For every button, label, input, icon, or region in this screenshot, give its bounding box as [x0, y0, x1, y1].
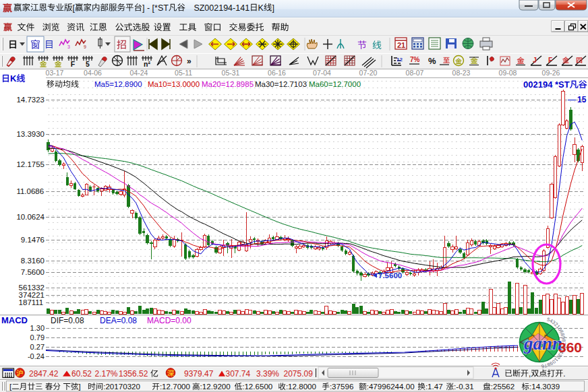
svg-text::25562: :25562	[491, 382, 514, 391]
svg-text:07-04: 07-04	[313, 69, 331, 77]
svg-text:gann: gann	[523, 333, 562, 354]
svg-text:[: [	[73, 3, 76, 13]
svg-text:360: 360	[558, 339, 582, 355]
svg-text:»: »	[187, 57, 192, 66]
svg-text:F: F	[548, 57, 552, 64]
svg-text:15: 15	[577, 95, 587, 104]
svg-text:Ma5=12.8900: Ma5=12.8900	[94, 80, 142, 88]
svg-text:13.3930: 13.3930	[16, 130, 45, 138]
svg-text:06-16: 06-16	[268, 69, 286, 77]
svg-text:09-08: 09-08	[499, 69, 517, 77]
svg-text::12.7000: :12.7000	[160, 382, 190, 391]
svg-text:K: K	[10, 73, 17, 84]
svg-text:SZ002194-141: SZ002194-141	[194, 3, 249, 13]
svg-text:-0.24: -0.24	[28, 352, 45, 360]
svg-text:08-07: 08-07	[406, 69, 424, 77]
svg-text::12.6500: :12.6500	[242, 382, 272, 391]
svg-text::37596: :37596	[330, 382, 353, 391]
svg-text:1.30: 1.30	[30, 324, 45, 332]
svg-text:9.1476: 9.1476	[21, 236, 45, 244]
svg-text:04-06: 04-06	[84, 69, 102, 77]
svg-text::14.3039: :14.3039	[529, 382, 560, 391]
svg-text:2847.42: 2847.42	[29, 369, 59, 379]
svg-text:n²: n²	[144, 60, 150, 68]
svg-text:,: ,	[529, 369, 531, 379]
svg-text:3.39%: 3.39%	[256, 369, 279, 379]
svg-text:Ma10=13.0000: Ma10=13.0000	[148, 80, 200, 88]
svg-text:09-26: 09-26	[542, 69, 560, 77]
svg-text:187111: 187111	[19, 298, 44, 306]
svg-text:07-20: 07-20	[359, 69, 378, 77]
svg-text:5: 5	[86, 60, 90, 68]
svg-text:K: K	[258, 3, 264, 13]
svg-text:10.0624: 10.0624	[16, 213, 45, 221]
svg-text:F: F	[71, 60, 76, 68]
svg-text:9379.47: 9379.47	[184, 369, 214, 379]
svg-text:DEA=0.08: DEA=0.08	[100, 316, 137, 325]
svg-text:04-24: 04-24	[130, 69, 148, 77]
svg-text:0.27: 0.27	[30, 343, 45, 351]
svg-text:05-11: 05-11	[175, 69, 192, 77]
svg-text:05-31: 05-31	[222, 69, 240, 77]
svg-text:21: 21	[397, 41, 405, 49]
svg-text:J: J	[533, 57, 537, 64]
svg-text:8.3160: 8.3160	[21, 257, 45, 265]
svg-text:MACD: MACD	[1, 315, 28, 325]
svg-text::47996244.00: :47996244.00	[367, 382, 415, 391]
svg-text:12.1755: 12.1755	[16, 160, 45, 168]
svg-text:002194 *ST: 002194 *ST	[523, 79, 570, 90]
svg-text:9: 9	[84, 44, 86, 49]
svg-text:307.74: 307.74	[226, 369, 251, 379]
svg-text::12.9200: :12.9200	[200, 382, 231, 391]
svg-text:]: ]	[79, 382, 81, 391]
svg-text:3: 3	[67, 44, 70, 49]
svg-text::20170320: :20170320	[103, 382, 140, 391]
svg-text:2075.09: 2075.09	[284, 369, 314, 379]
svg-text:MACD=0.00: MACD=0.00	[147, 316, 192, 325]
svg-text:.: .	[563, 369, 565, 379]
svg-text:7%: 7%	[410, 56, 420, 63]
svg-text:0.79: 0.79	[30, 333, 45, 341]
svg-text::12.8000: :12.8000	[286, 382, 316, 391]
svg-text:7.5600: 7.5600	[21, 268, 45, 276]
svg-text:Ma30=12.7103: Ma30=12.7103	[255, 80, 307, 88]
svg-text:Ma60=12.7000: Ma60=12.7000	[309, 80, 361, 88]
svg-text:12: 12	[396, 57, 403, 63]
svg-text:03-17: 03-17	[46, 69, 64, 77]
svg-text:60.52: 60.52	[71, 369, 92, 379]
svg-text::-0.31: :-0.31	[454, 382, 474, 391]
svg-text:08-23: 08-23	[452, 69, 471, 77]
svg-text:1356.52: 1356.52	[119, 369, 148, 379]
svg-text::1.47: :1.47	[425, 382, 443, 391]
svg-text:Ma20=12.8985: Ma20=12.8985	[202, 80, 254, 88]
svg-text:2.17%: 2.17%	[95, 369, 118, 379]
svg-text:] - [*ST: ] - [*ST	[142, 3, 169, 13]
svg-text:14.7323: 14.7323	[16, 96, 45, 104]
svg-text:7.5600: 7.5600	[378, 271, 402, 280]
svg-text:]: ]	[272, 3, 274, 13]
svg-text:%: %	[428, 56, 436, 66]
svg-text:DIF=0.08: DIF=0.08	[51, 316, 84, 325]
svg-text:11.0686: 11.0686	[16, 187, 44, 195]
